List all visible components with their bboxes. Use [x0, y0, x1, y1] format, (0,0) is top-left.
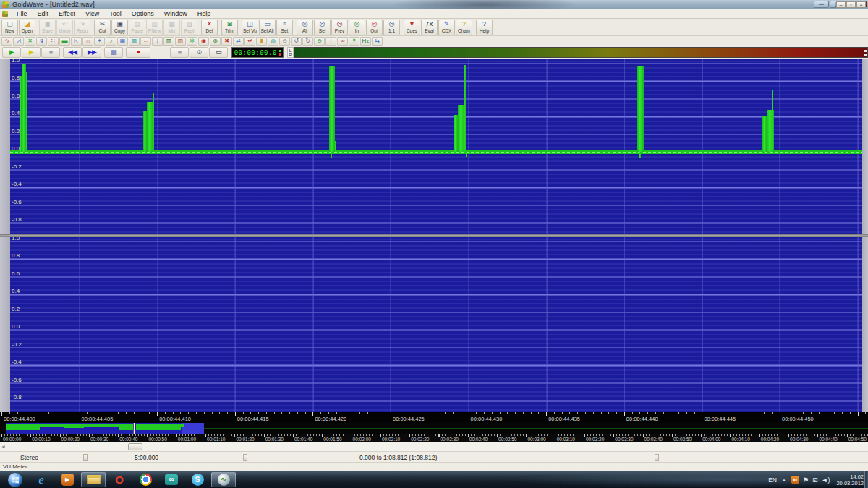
network-icon[interactable]: ⊡	[812, 476, 818, 484]
menu-window[interactable]: Window	[159, 9, 192, 18]
toolbar-button-cues[interactable]: ▼Cues	[404, 20, 420, 35]
effect-tool-icon-20[interactable]: ✖	[221, 37, 232, 46]
skype-icon[interactable]: S	[185, 472, 210, 487]
menu-edit[interactable]: Edit	[33, 9, 54, 18]
file-explorer-icon[interactable]	[81, 472, 106, 487]
effect-tool-icon-2[interactable]: ◿	[13, 37, 24, 46]
effect-tool-icon-5[interactable]: ∷	[48, 37, 59, 46]
effect-tool-icon-27[interactable]: ↻	[302, 37, 313, 46]
toolbar-button-cut[interactable]: ✂Cut	[94, 20, 111, 35]
toolbar-button-new[interactable]: ▢New	[1, 20, 18, 35]
toolbar-button-1-1[interactable]: ◎1:1	[383, 20, 400, 35]
clock[interactable]: 14:02 20.03.2012	[836, 474, 864, 487]
effect-tool-icon-33[interactable]: ⇆	[372, 37, 383, 46]
rewind-button[interactable]: ◀◀	[63, 47, 82, 58]
effect-tool-icon-21[interactable]: ⇄	[233, 37, 244, 46]
goldwave-taskbar-button[interactable]: ∿	[211, 472, 236, 487]
toolbar-button-set[interactable]: ≡Set	[276, 20, 293, 35]
menu-view[interactable]: View	[80, 9, 104, 18]
menu-tool[interactable]: Tool	[104, 9, 127, 18]
tray-pause-icon[interactable]: ▮▮	[791, 476, 799, 484]
opera-icon[interactable]: O	[107, 472, 132, 487]
window-shape-button[interactable]: ▭	[209, 47, 228, 58]
effect-tool-icon-31[interactable]: ↟	[349, 37, 359, 46]
toolbar-button-eval[interactable]: ƒxEval	[421, 20, 438, 35]
toolbar-button-all[interactable]: ◎All	[297, 20, 313, 35]
toolbar-button-trim[interactable]: ⊠Trim	[221, 20, 238, 35]
effect-tool-icon-17[interactable]: ✻	[187, 37, 197, 46]
menu-help[interactable]: Help	[192, 9, 216, 18]
play-selection-button[interactable]: ▶	[22, 47, 41, 58]
internet-explorer-icon[interactable]: e	[29, 472, 54, 487]
toolbar-button-sel[interactable]: ◎Sel	[314, 20, 331, 35]
pause-button[interactable]: ▮▮	[104, 47, 123, 58]
effect-tool-icon-29[interactable]: !	[326, 37, 336, 46]
waveform-right-channel[interactable]: 1.00.80.60.40.20.0-0.2-0.4-0.6-0.8	[10, 237, 862, 412]
record-mode-button[interactable]: ⊙	[190, 47, 208, 58]
mdi-restore-button[interactable]: ▫	[846, 1, 856, 8]
media-player-icon[interactable]: ▶	[55, 472, 80, 487]
record-stop-button[interactable]: ■	[170, 47, 189, 58]
tray-expand-icon[interactable]: ▲	[782, 478, 786, 482]
toolbar-button-sel-all[interactable]: ▭Sel All	[259, 20, 276, 35]
effect-tool-icon-26[interactable]: ↺	[291, 37, 302, 46]
scroll-left-icon[interactable]: ◄	[1, 444, 6, 449]
toolbar-button-open[interactable]: ◪Open	[19, 20, 35, 35]
effect-tool-icon-1[interactable]: ∿	[1, 37, 12, 46]
toolbar-button-prev[interactable]: ◎Prev	[331, 20, 348, 35]
toolbar-button-cdx[interactable]: ✎CDX	[438, 20, 455, 35]
menu-options[interactable]: Options	[127, 9, 159, 18]
start-button[interactable]	[3, 472, 27, 487]
effect-tool-icon-10[interactable]: ♪	[106, 37, 116, 46]
effect-tool-icon-18[interactable]: ◉	[198, 37, 209, 46]
stop-button[interactable]: ■	[41, 47, 60, 58]
toolbar-button-out[interactable]: ◎Out	[366, 20, 383, 35]
effect-tool-icon-15[interactable]: ▥	[163, 37, 174, 46]
toolbar-button-copy[interactable]: ▣Copy	[111, 20, 128, 35]
effect-tool-icon-8[interactable]: ∩	[82, 37, 93, 46]
overview-view-marker[interactable]	[133, 423, 135, 434]
mdi-minimize-button[interactable]: –	[836, 1, 846, 8]
effect-tool-icon-28[interactable]: ⊖	[314, 37, 325, 46]
effect-tool-icon-25[interactable]: ⊙	[279, 37, 290, 46]
effect-tool-icon-19[interactable]: ⊛	[210, 37, 221, 46]
toolbar-button-sel-vu[interactable]: ◫Sel Vu	[242, 20, 258, 35]
effect-tool-icon-14[interactable]: ↕	[152, 37, 163, 46]
scrollbar-thumb[interactable]	[128, 443, 142, 450]
show-desktop-button[interactable]	[864, 471, 868, 488]
language-indicator[interactable]: EN	[768, 476, 777, 484]
play-all-button[interactable]: ▶	[2, 47, 21, 58]
file-overview-strip[interactable]	[0, 423, 868, 434]
minimize-button[interactable]: —	[814, 1, 829, 8]
effect-tool-icon-30[interactable]: ∞	[337, 37, 348, 46]
effect-tool-icon-11[interactable]: ▦	[117, 37, 128, 46]
effect-tool-icon-12[interactable]: ▩	[129, 37, 140, 46]
effect-tool-icon-24[interactable]: ◍	[268, 37, 278, 46]
toolbar-button-del[interactable]: ✕Del	[201, 20, 218, 35]
speaker-icon[interactable]: ◄)	[822, 476, 830, 484]
toolbar-button-chain[interactable]: ?Chain	[456, 20, 472, 35]
effect-tool-icon-22[interactable]: ↫	[244, 37, 255, 46]
webcam-app-icon[interactable]: ∞	[159, 472, 184, 487]
effect-tool-icon-4[interactable]: ↯	[36, 37, 47, 46]
toolbar-button-help[interactable]: ?Help	[476, 20, 493, 35]
mdi-close-button[interactable]: ×	[856, 1, 866, 8]
title-bar[interactable]: GoldWave - [Untitled2.wav] — ▢ ✕	[0, 0, 868, 9]
effect-tool-icon-7[interactable]: ◺	[71, 37, 82, 46]
effect-tool-icon-16[interactable]: ▨	[175, 37, 186, 46]
effect-tool-icon-23[interactable]: ▮	[256, 37, 267, 46]
effect-tool-icon-9[interactable]: ✶	[94, 37, 105, 46]
effect-tool-icon-13[interactable]: ←	[140, 37, 151, 46]
chrome-icon[interactable]	[133, 472, 158, 487]
effect-tool-icon-3[interactable]: ✕	[25, 37, 35, 46]
record-button[interactable]: ●	[126, 47, 150, 58]
menu-file[interactable]: File	[12, 9, 33, 18]
flag-icon[interactable]: ⚑	[803, 476, 809, 484]
fast-forward-button[interactable]: ▶▶	[82, 47, 101, 58]
toolbar-button-in[interactable]: ◎In	[349, 20, 365, 35]
effect-tool-icon-6[interactable]: ▬	[59, 37, 70, 46]
effect-tool-icon-32[interactable]: Hz	[360, 37, 371, 46]
horizontal-scrollbar[interactable]: ◄	[0, 442, 868, 452]
waveform-left-channel[interactable]: 1.00.80.60.40.20.0-0.2-0.4-0.6-0.8	[10, 59, 862, 234]
menu-effect[interactable]: Effect	[54, 9, 80, 18]
